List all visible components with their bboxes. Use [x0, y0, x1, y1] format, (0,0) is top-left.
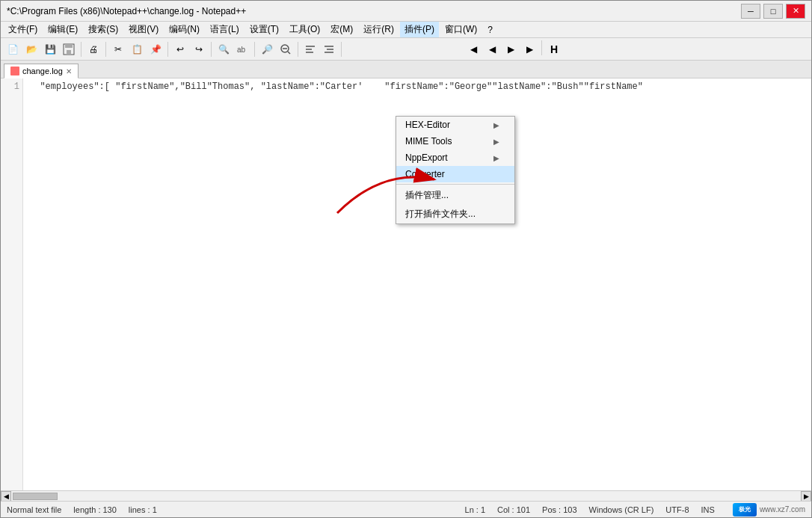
mime-tools-label: MIME Tools	[405, 136, 452, 147]
nav-last-button[interactable]: ▶	[520, 40, 538, 58]
toolbar: 📄 📂 💾 🖨 ✂ 📋 📌 ↩ ↪ 🔍 ab 🔎	[1, 38, 811, 61]
menu-window[interactable]: 窗口(W)	[440, 22, 482, 37]
watermark-text: www.xz7.com	[760, 505, 805, 514]
svg-text:ab: ab	[237, 46, 246, 54]
editor-area: 1 "employees":[ "firstName","Bill"Thomas…	[1, 78, 811, 490]
replace-button[interactable]: ab	[233, 40, 251, 58]
open-file-button[interactable]: 📂	[22, 40, 40, 58]
col-status: Col : 101	[497, 505, 530, 514]
menu-file[interactable]: 文件(F)	[4, 22, 42, 37]
menu-item-npp-export[interactable]: NppExport ▶	[396, 149, 514, 166]
length-status: length : 130	[73, 505, 117, 514]
dropdown-overlay: HEX-Editor ▶ MIME Tools ▶ NppExport ▶ Co…	[1, 78, 811, 490]
menu-item-mime-tools[interactable]: MIME Tools ▶	[396, 133, 514, 149]
menu-bar: 文件(F) 编辑(E) 搜索(S) 视图(V) 编码(N) 语言(L) 设置(T…	[1, 22, 811, 38]
title-bar: *C:\Program Files (x86)\Notepad++\change…	[1, 1, 811, 22]
watermark-area: 极光 www.xz7.com	[733, 503, 805, 517]
menu-separator-1	[396, 184, 514, 185]
window-title: *C:\Program Files (x86)\Notepad++\change…	[7, 6, 246, 16]
tab-label: change.log	[22, 67, 63, 75]
plugins-dropdown-menu: HEX-Editor ▶ MIME Tools ▶ NppExport ▶ Co…	[396, 116, 515, 224]
paste-button[interactable]: 📌	[147, 40, 164, 58]
menu-item-open-plugin-folder[interactable]: 打开插件文件夹...	[396, 205, 514, 223]
svg-line-6	[288, 52, 290, 54]
close-button[interactable]: ✕	[786, 4, 805, 19]
maximize-button[interactable]: □	[763, 4, 783, 19]
npp-export-submenu-arrow: ▶	[493, 154, 499, 162]
nav-first-button[interactable]: ▶	[502, 40, 520, 58]
window-controls: ─ □ ✕	[741, 4, 805, 19]
save-button[interactable]: 💾	[41, 40, 59, 58]
menu-plugins[interactable]: 插件(P)	[400, 22, 439, 37]
svg-rect-1	[65, 44, 73, 48]
status-bar: Normal text file length : 130 lines : 1 …	[1, 501, 811, 517]
plugin-manager-label: 插件管理...	[405, 189, 449, 202]
toolbar-sep-8	[541, 40, 542, 55]
menu-help[interactable]: ?	[483, 23, 497, 37]
nav-next-button[interactable]: ◀	[483, 40, 501, 58]
redo-button[interactable]: ↪	[190, 40, 208, 58]
horizontal-scrollbar[interactable]: ◀ ▶	[1, 490, 811, 501]
wrap-button[interactable]	[301, 40, 319, 58]
menu-item-plugin-manager[interactable]: 插件管理...	[396, 186, 514, 205]
tab-bar: change.log ✕	[1, 61, 811, 78]
nav-prev-button[interactable]: ◀	[464, 40, 482, 58]
toolbar-sep-2	[105, 42, 106, 57]
npp-export-label: NppExport	[405, 152, 448, 163]
menu-item-hex-editor[interactable]: HEX-Editor ▶	[396, 117, 514, 133]
hex-editor-label: HEX-Editor	[405, 120, 450, 130]
toolbar-sep-7	[341, 42, 342, 57]
tab-close-button[interactable]: ✕	[66, 67, 72, 75]
heading-button[interactable]: H	[545, 40, 563, 58]
status-right: Ln : 1 Col : 101 Pos : 103 Windows (CR L…	[465, 503, 805, 517]
cut-button[interactable]: ✂	[109, 40, 127, 58]
find-button[interactable]: 🔍	[215, 40, 233, 58]
minimize-button[interactable]: ─	[741, 4, 760, 19]
scroll-right-button[interactable]: ▶	[801, 491, 811, 502]
svg-rect-2	[67, 50, 71, 55]
tab-icon	[10, 67, 19, 75]
watermark-logo-text: 极光	[739, 505, 751, 514]
app-window: *C:\Program Files (x86)\Notepad++\change…	[0, 0, 812, 518]
toolbar-sep-5	[254, 42, 255, 57]
menu-search[interactable]: 搜索(S)	[84, 22, 123, 37]
new-file-button[interactable]: 📄	[4, 40, 22, 58]
menu-view[interactable]: 视图(V)	[124, 22, 163, 37]
menu-macro[interactable]: 宏(M)	[326, 22, 357, 37]
pos-status: Pos : 103	[542, 505, 576, 514]
print-button[interactable]: 🖨	[84, 40, 102, 58]
menu-settings[interactable]: 设置(T)	[245, 22, 283, 37]
scroll-left-button[interactable]: ◀	[1, 491, 11, 502]
save-all-button[interactable]	[60, 40, 78, 58]
mime-tools-submenu-arrow: ▶	[493, 138, 499, 146]
ln-status: Ln : 1	[465, 505, 486, 514]
watermark-logo: 极光	[733, 503, 757, 517]
lines-status: lines : 1	[129, 505, 157, 514]
zoom-in-button[interactable]: 🔎	[258, 40, 276, 58]
toolbar-sep-3	[167, 42, 168, 57]
zoom-out-button[interactable]	[277, 40, 295, 58]
file-type-status: Normal text file	[7, 505, 61, 514]
toolbar-sep-6	[298, 42, 298, 57]
undo-button[interactable]: ↩	[171, 40, 189, 58]
open-plugin-folder-label: 打开插件文件夹...	[405, 208, 476, 221]
menu-edit[interactable]: 编辑(E)	[43, 22, 82, 37]
menu-tools[interactable]: 工具(O)	[285, 22, 325, 37]
hex-editor-submenu-arrow: ▶	[493, 121, 499, 129]
menu-language[interactable]: 语言(L)	[206, 22, 244, 37]
ins-status: INS	[701, 505, 715, 514]
tab-change-log[interactable]: change.log ✕	[4, 64, 79, 78]
menu-encoding[interactable]: 编码(N)	[164, 22, 204, 37]
indent-button[interactable]	[320, 40, 338, 58]
scroll-thumb[interactable]	[13, 493, 58, 500]
converter-label: Converter	[405, 169, 445, 179]
toolbar-sep-1	[81, 42, 81, 57]
eol-status: Windows (CR LF)	[589, 505, 654, 514]
toolbar-sep-4	[211, 42, 212, 57]
menu-run[interactable]: 运行(R)	[359, 22, 399, 37]
menu-item-converter[interactable]: Converter	[396, 166, 514, 182]
encoding-status: UTF-8	[665, 505, 689, 514]
copy-button[interactable]: 📋	[128, 40, 146, 58]
